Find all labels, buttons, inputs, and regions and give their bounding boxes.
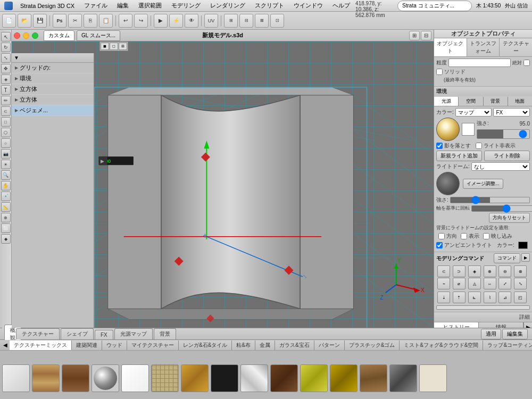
tree-solid1-item[interactable]: ▶ 立方体 [12,84,94,95]
tb-dist[interactable]: ⊡ [270,14,284,28]
lt-poly[interactable]: ⬡ [1,128,11,137]
menu-edit[interactable]: 編集 [113,1,133,11]
tb-uv[interactable]: UV [204,14,218,28]
tb-snap[interactable]: ⊟ [239,14,253,28]
tree-env-item[interactable]: ▶ 環境 [12,73,94,84]
cmd-btn-11[interactable]: ⤢ [498,278,511,289]
lt-scale[interactable]: ⤡ [1,53,11,63]
lt-rotate[interactable]: ↻ [1,43,11,52]
viewport-btn1[interactable]: ⊞ [409,31,420,40]
apply-btn[interactable]: 適用 [481,329,501,339]
cmd-btn-17[interactable]: ⊿ [498,292,511,303]
reset-direction-button[interactable]: 方向をリセット [489,213,530,223]
tab-object[interactable]: オブジェクト [434,38,467,56]
mat-thumb-9[interactable] [240,364,268,392]
cmd-btn-8[interactable]: ⌀ [453,278,466,289]
bg-import-check[interactable] [483,233,489,239]
mat-thumb-10[interactable] [270,364,298,392]
mat-thumb-15[interactable] [419,364,447,392]
color-swatch-white[interactable] [462,123,475,136]
mat-thumb-8[interactable] [211,364,238,392]
history-tab[interactable]: ヒストリー [434,322,479,328]
tb-align[interactable]: ⊠ [255,14,269,28]
tb-grid[interactable]: ⊞ [224,14,238,28]
close-button[interactable] [14,32,20,39]
tab-light-map-bottom[interactable]: 光源マップ [114,328,153,339]
tb-save[interactable]: 💾 [33,14,47,28]
cmd-label-btn[interactable]: コマンド [494,253,520,263]
mat-thumb-2[interactable] [32,364,60,392]
mini-btn-3[interactable]: ⊞ [119,43,127,50]
cmd-btn-3[interactable]: ◈ [468,265,481,277]
lt-shape[interactable]: □ [1,117,11,127]
tab-shape-bottom[interactable]: シェイプ [61,328,94,339]
cast-shadow-check[interactable] [436,143,443,149]
sub-tab-1[interactable]: 建築関連 [72,340,102,350]
lt-text[interactable]: T [1,85,11,95]
bg-show-check[interactable] [461,233,467,239]
strength-slider[interactable] [477,129,530,139]
dome-strength-slider[interactable] [450,197,530,203]
sub-tab-10[interactable]: ミスト&フォグ&クラウド&空間 [400,340,483,350]
light-dome-select[interactable]: なし [471,162,530,171]
color-select[interactable]: マップ [455,108,492,117]
sub-tabs-left-arrow[interactable]: ◀ [1,341,10,349]
tb-undo[interactable]: ↩ [119,14,132,28]
lt-move[interactable]: ✥ [1,64,11,73]
ambient-check[interactable] [436,242,443,248]
tb-redo[interactable]: ↪ [134,14,148,28]
tree-solid2-item[interactable]: ▶ 立方体 [12,95,94,105]
lt-sphere[interactable]: ○ [1,138,11,148]
ambient-color-swatch[interactable] [518,242,528,249]
mat-thumb-7[interactable] [181,364,209,392]
lt-camera[interactable]: 📷 [1,149,11,159]
tree-bezier-item[interactable]: ▶ ベジェメ... [12,105,94,116]
lt-magnify[interactable]: 🔍 [1,170,11,180]
lt-deform[interactable]: ◈ [1,74,11,84]
mat-thumb-1[interactable] [2,364,30,392]
lt-select[interactable]: ↖ [1,32,11,41]
lt-eyedrop[interactable]: 💉 [1,192,11,201]
tb-cut[interactable]: ✂ [68,14,82,28]
tab-gl[interactable]: GL スムース... [77,30,120,41]
lt-prop1[interactable]: ⬜ [1,223,11,233]
menu-app-name[interactable]: Strata Design 3D CX [16,2,79,10]
cmd-btn-5[interactable]: ⊖ [498,265,511,277]
solid-check[interactable] [436,69,443,75]
3d-canvas[interactable]: + ⤡ Y X Z 0:00 ▶ [12,41,434,328]
sub-tab-0[interactable]: テクスチャーミックス [10,340,72,350]
env-tab-light[interactable]: 光源 [434,97,459,106]
roughness-value[interactable] [448,59,511,67]
lt-measure[interactable]: 📐 [1,202,11,212]
menu-file[interactable]: ファイル [80,1,112,11]
sub-tab-3[interactable]: マイテクスチャー [127,340,179,350]
delete-light-button[interactable]: ライト削除 [484,151,530,161]
tb-new[interactable]: 📄 [2,14,16,28]
mat-thumb-13[interactable] [360,364,387,392]
cmd-btn-7[interactable]: ⌁ [437,278,450,289]
cmd-btn-4[interactable]: ⊕ [484,265,496,277]
cmd-expand-btn[interactable]: ▶ [521,253,530,262]
menu-help[interactable]: ヘルプ [328,1,354,11]
cmd-btn-2[interactable]: ⊃ [453,265,466,277]
tab-bg-bottom[interactable]: 背景 [154,328,176,339]
sub-tab-9[interactable]: プラスチック&ゴム [345,340,400,350]
sub-tab-8[interactable]: パターン [314,340,345,350]
sub-tab-4[interactable]: レンガ&石&タイル [179,340,232,350]
history-expand-btn[interactable]: ▶ [523,322,532,328]
sub-tab-7[interactable]: ガラス&宝石 [275,340,314,350]
lt-light[interactable]: ☀ [1,160,11,169]
viewport-btn2[interactable]: ⊟ [421,31,431,40]
lt-pen[interactable]: ✏ [1,96,11,105]
mat-thumb-3[interactable] [62,364,89,392]
env-tab-bg[interactable]: 背景 [484,97,508,106]
bg-direction-check[interactable] [438,233,445,239]
mat-thumb-14[interactable] [389,364,417,392]
env-tab-ground[interactable]: 地面 [508,97,532,106]
tab-texture[interactable]: テクスチャー [500,38,532,56]
tb-ps[interactable]: Ps [53,14,66,28]
cmd-btn-18[interactable]: ◰ [514,292,527,303]
sub-tab-11[interactable]: ラップ&コーティング [483,340,532,350]
minimize-button[interactable] [23,32,29,39]
tab-texture-bottom[interactable]: テクスチャー [16,328,60,339]
